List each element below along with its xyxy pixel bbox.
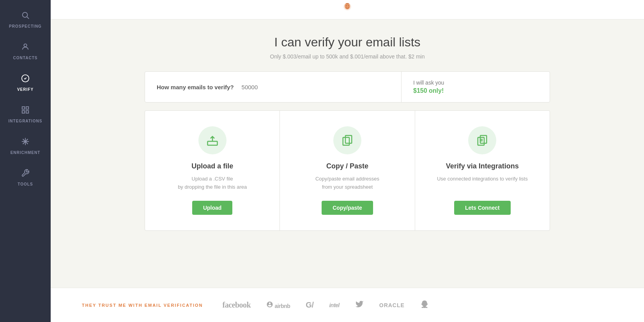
main-content: I can verify your email lists Only $.003… (51, 0, 644, 322)
page-title: I can verify your email lists (145, 35, 550, 50)
sidebar-item-enrichment-label: ENRICHMENT (11, 150, 41, 155)
method-card-upload: Upload a file Upload a .CSV file by drop… (145, 111, 280, 230)
grid-icon (21, 106, 30, 117)
integrations-title: Verify via Integrations (446, 162, 519, 170)
sidebar-item-contacts-label: CONTACTS (13, 56, 38, 60)
svg-point-0 (23, 12, 28, 18)
page-content: I can verify your email lists Only $.003… (113, 19, 581, 288)
svg-rect-17 (207, 142, 217, 145)
pricing-question: How many emails to verify? (157, 84, 234, 90)
integrations-desc: Use connected integrations to verify lis… (437, 175, 528, 191)
copy-paste-desc: Copy/paste email addresses from your spr… (315, 175, 379, 191)
sidebar-item-prospecting-label: PROSPECTING (9, 24, 42, 28)
copy-paste-title: Copy / Paste (326, 162, 368, 170)
page-subtitle: Only $.003/email up to 500k and $.001/em… (145, 53, 550, 60)
footer-logos: facebook airbnb G/ intel ORACLE (223, 300, 429, 310)
sidebar-item-integrations-label: INTEGRATIONS (9, 119, 42, 123)
sidebar-item-contacts[interactable]: CONTACTS (0, 35, 51, 67)
svg-point-15 (348, 5, 349, 6)
copy-paste-icon-circle (333, 126, 361, 154)
sidebar-item-verify-label: VERIFY (17, 87, 34, 92)
svg-rect-20 (343, 138, 349, 145)
integrations-icon-circle (468, 126, 496, 154)
sidebar-item-prospecting[interactable]: PROSPECTING (0, 4, 51, 35)
search-icon (21, 11, 30, 22)
pricing-value: 50000 (242, 84, 258, 90)
snapchat-logo (420, 300, 429, 310)
method-card-integrations: Verify via Integrations Use connected in… (415, 111, 550, 230)
intel-logo: intel (329, 302, 339, 308)
pricing-right: I will ask you $150 only! (402, 72, 550, 102)
app-logo (340, 1, 354, 18)
sidebar-item-verify[interactable]: VERIFY (0, 67, 51, 99)
pricing-left: How many emails to verify? 50000 (145, 72, 402, 102)
svg-line-1 (27, 17, 29, 19)
twitter-logo (355, 300, 364, 310)
svg-rect-7 (26, 111, 28, 113)
svg-point-14 (346, 5, 347, 6)
google-logo: G/ (306, 301, 313, 310)
pricing-price: $150 only! (413, 87, 538, 94)
oracle-logo: ORACLE (379, 302, 405, 308)
svg-rect-5 (26, 107, 28, 109)
upload-title: Upload a file (191, 162, 233, 170)
upload-icon-circle (198, 126, 226, 154)
method-cards: Upload a file Upload a .CSV file by drop… (145, 110, 550, 231)
footer: THEY TRUST ME WITH EMAIL VERIFICATION fa… (51, 288, 644, 322)
sidebar-item-enrichment[interactable]: ENRICHMENT (0, 130, 51, 162)
copy-paste-button[interactable]: Copy/paste (322, 201, 373, 215)
asterisk-icon (21, 137, 30, 148)
upload-desc: Upload a .CSV file by dropping the file … (178, 175, 247, 191)
svg-rect-4 (22, 107, 25, 109)
pricing-will-ask: I will ask you (413, 80, 538, 86)
check-circle-icon (21, 74, 30, 85)
lets-connect-button[interactable]: Lets Connect (454, 201, 511, 215)
facebook-logo: facebook (223, 301, 251, 310)
person-icon (21, 42, 30, 53)
svg-rect-6 (22, 111, 25, 113)
method-card-copy-paste: Copy / Paste Copy/paste email addresses … (280, 111, 415, 230)
top-bar (51, 0, 644, 19)
footer-trust-text: THEY TRUST ME WITH EMAIL VERIFICATION (82, 303, 203, 308)
svg-rect-16 (346, 3, 349, 4)
airbnb-logo: airbnb (266, 301, 290, 309)
sidebar-item-tools-label: TOOLS (18, 182, 33, 186)
pricing-card: How many emails to verify? 50000 I will … (145, 71, 550, 103)
wrench-icon (21, 169, 30, 180)
svg-point-2 (24, 44, 27, 47)
sidebar: PROSPECTING CONTACTS VERIFY INTEGRATIONS (0, 0, 51, 322)
svg-rect-19 (345, 136, 352, 143)
sidebar-item-tools[interactable]: TOOLS (0, 162, 51, 193)
upload-button[interactable]: Upload (192, 201, 232, 215)
sidebar-item-integrations[interactable]: INTEGRATIONS (0, 99, 51, 130)
